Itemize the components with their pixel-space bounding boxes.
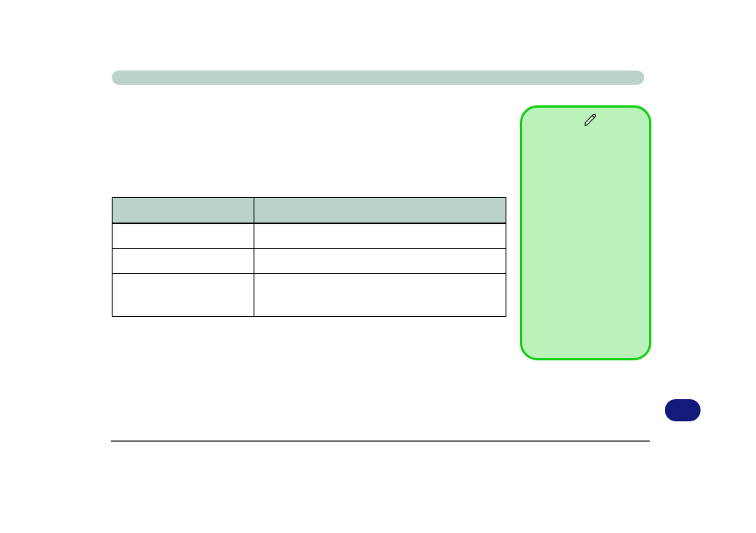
table-cell: [254, 274, 506, 317]
footer-divider: [111, 440, 650, 442]
data-table: [112, 197, 506, 317]
document-page: [0, 0, 756, 533]
section-header-bar: [112, 70, 644, 85]
table-header-cell: [254, 198, 506, 223]
table-cell: [113, 274, 254, 317]
table-header-cell: [113, 198, 254, 223]
page-badge: [665, 399, 701, 421]
table-header-row: [113, 198, 506, 223]
table-cell: [113, 249, 254, 274]
table-row: [113, 274, 506, 317]
table-cell: [254, 223, 506, 249]
table-cell: [254, 249, 506, 274]
note-callout: [520, 105, 651, 360]
table-row: [113, 223, 506, 249]
pen-icon: [521, 109, 659, 131]
table-row: [113, 249, 506, 274]
table-cell: [113, 223, 254, 249]
